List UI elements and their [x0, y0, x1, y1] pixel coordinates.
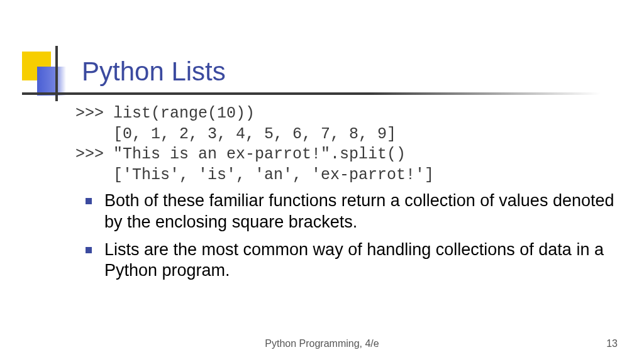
slide-content: >>> list(range(10)) [0, 1, 2, 3, 4, 5, 6…: [75, 104, 623, 288]
footer-text: Python Programming, 4/e: [0, 338, 644, 349]
code-line: >>> list(range(10)): [75, 104, 255, 123]
page-number: 13: [606, 338, 618, 349]
code-line: ['This', 'is', 'an', 'ex-parrot!']: [75, 166, 434, 184]
code-block: >>> list(range(10)) [0, 1, 2, 3, 4, 5, 6…: [75, 104, 623, 185]
bullet-item: Lists are the most common way of handlin…: [86, 239, 623, 282]
vertical-divider: [55, 46, 58, 101]
code-line: >>> "This is an ex-parrot!".split(): [75, 145, 406, 163]
blue-square-icon: [37, 67, 66, 96]
bullet-item: Both of these familiar functions return …: [86, 190, 623, 233]
slide-title: Python Lists: [82, 57, 226, 87]
horizontal-divider: [22, 92, 601, 95]
bullet-list: Both of these familiar functions return …: [86, 190, 623, 282]
code-line: [0, 1, 2, 3, 4, 5, 6, 7, 8, 9]: [75, 125, 396, 143]
slide-decoration: [22, 52, 85, 96]
